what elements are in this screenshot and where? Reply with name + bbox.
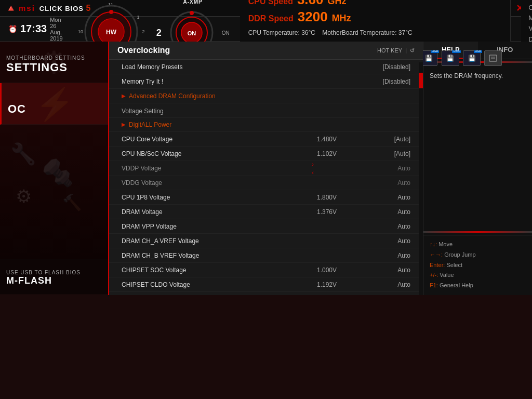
cpu-speed-label: CPU Speed (248, 0, 293, 6)
setting-cpu-nb-soc-voltage[interactable]: CPU NB/SoC Voltage 1.102V [Auto] (109, 147, 423, 161)
svg-rect-29 (489, 55, 497, 61)
sidebar-bg-decor: 🔧 🔩 ⚙ 🔨 (0, 125, 108, 259)
svg-text:10: 10 (78, 29, 83, 34)
setting-dram-vpp-voltage[interactable]: DRAM VPP Voltage Auto (109, 219, 423, 234)
boot-device-10[interactable]: 💾 USB (442, 50, 459, 66)
setting-memory-try[interactable]: Memory Try It ! [Disabled] (109, 74, 423, 89)
time-display: 17:33 (20, 23, 47, 35)
setting-cpu-1p8-voltage[interactable]: CPU 1P8 Voltage 1.800V Auto (109, 190, 423, 205)
separator-icon: | (405, 47, 407, 54)
info-bar: ⏰ 17:33 Mon 26 Aug, 2019 GAME BOOST 11 1… (0, 17, 532, 42)
msi-brand: msi (19, 4, 35, 12)
svg-text:🔧: 🔧 (10, 141, 36, 166)
enter-desc: Select (446, 262, 462, 268)
other-section-header: Other Setting (109, 292, 423, 292)
setting-dram-chb-vref[interactable]: DRAM CH_B VREF Voltage Auto (109, 248, 423, 263)
svg-text:⚙: ⚙ (16, 186, 32, 206)
content-area: ⚙ Motherboard settings SETTINGS ⚡ OC 🔧 🔩… (0, 42, 532, 295)
move-key: ↑↓: (430, 241, 437, 247)
value-desc: Value (440, 272, 454, 278)
group-jump-key: ←→: (430, 251, 443, 258)
setting-cpu-core-voltage[interactable]: CPU Core Voltage 1.480V [Auto] (109, 132, 423, 147)
boot-device-11[interactable]: 💾 USB (463, 50, 481, 66)
f1-key: F1: (430, 282, 438, 288)
mflash-sub-label: Use USB to flash BIOS (6, 270, 102, 275)
mflash-title: M-FLASH (6, 275, 102, 286)
msi-dragon-icon: 🔺 (5, 3, 17, 14)
msi-logo: 🔺 msi (5, 3, 35, 14)
axmp-label: A-XMP (183, 0, 203, 5)
help-text: Sets the DRAM frequency. (430, 72, 503, 79)
ddr-speed-label: DDR Speed (248, 14, 294, 23)
help-divider-bottom (423, 231, 532, 233)
cpu-temp-label: CPU Temperature: (248, 29, 300, 36)
scrollbar-track[interactable] (419, 62, 423, 295)
expand-right-icon[interactable]: › (312, 161, 314, 167)
setting-vddp-voltage[interactable]: VDDP Voltage Auto (109, 161, 423, 176)
voltage-section-header: Voltage Setting (109, 103, 423, 117)
axmp-on-indicator: ON (222, 30, 230, 36)
ddr-speed-unit: MHz (332, 13, 351, 24)
hotkey-label: HOT KEY (377, 47, 402, 54)
help-controls: ↑↓: Move ←→: Group Jump Enter: Select +/… (423, 235, 532, 295)
setting-dram-cha-vref[interactable]: DRAM CH_A VREF Voltage Auto (109, 234, 423, 248)
sidebar-item-mflash[interactable]: Use USB to flash BIOS M-FLASH (0, 259, 108, 295)
cpu-speed-unit: GHz (328, 0, 347, 7)
clock-icon: ⏰ (8, 25, 17, 33)
svg-text:2: 2 (142, 29, 144, 34)
settings-title: SETTINGS (6, 61, 102, 74)
setting-chipset-soc-voltage[interactable]: CHIPSET SOC Voltage 1.000V Auto (109, 263, 423, 277)
axmp-value: 2 (156, 28, 162, 38)
settings-sub-label: Motherboard settings (6, 55, 102, 61)
cpu-temp-value: 36°C (301, 29, 315, 36)
back-icon: ↺ (410, 47, 415, 54)
mb-temp-value: 37°C (398, 29, 413, 36)
scrollbar-thumb[interactable] (419, 73, 423, 88)
svg-text:1: 1 (137, 15, 139, 20)
mb-temp-label: MotherBoard Temperature: (322, 29, 396, 36)
svg-text:ON: ON (187, 30, 196, 36)
sidebar: ⚙ Motherboard settings SETTINGS ⚡ OC 🔧 🔩… (0, 42, 109, 295)
sidebar-item-oc[interactable]: ⚡ OC (0, 83, 108, 125)
date-display: Mon 26 Aug, 2019 (50, 17, 62, 42)
setting-adv-dram[interactable]: ▶ Advanced DRAM Configuration (109, 89, 423, 103)
overclocking-title: Overclocking (117, 46, 170, 55)
overclocking-header: Overclocking HOT KEY | ↺ (109, 42, 423, 60)
group-jump-desc: Group Jump (444, 251, 476, 258)
sidebar-item-settings[interactable]: ⚙ Motherboard settings SETTINGS (0, 42, 108, 83)
time-section: ⏰ 17:33 Mon 26 Aug, 2019 (8, 17, 63, 42)
cpu-label: CPU: (528, 3, 532, 13)
setting-chipset-cldo-voltage[interactable]: CHIPSET CLDO Voltage 1.192V Auto (109, 277, 423, 292)
vcore-label: VCore: (528, 23, 532, 34)
boot-device-12[interactable] (484, 50, 502, 66)
svg-text:🔨: 🔨 (62, 193, 82, 212)
side-expand-arrows[interactable]: › ‹ (312, 161, 314, 176)
svg-text:HW: HW (106, 29, 117, 36)
help-content: Sets the DRAM frequency. (423, 65, 532, 229)
cpu-speed-value: 3.60 (297, 0, 324, 8)
svg-point-17 (190, 11, 194, 15)
ddr-speed-value: 3200 (298, 9, 328, 25)
svg-text:🔩: 🔩 (42, 157, 74, 189)
settings-list: Load Memory Presets [Disabled] Memory Tr… (109, 60, 423, 292)
main-content: Overclocking HOT KEY | ↺ Load Memory Pre… (109, 42, 423, 295)
enter-key: Enter: (430, 262, 445, 268)
expand-left-icon[interactable]: ‹ (312, 169, 314, 176)
f1-desc: General Help (440, 282, 473, 288)
memory-label: Memory Size: (528, 13, 532, 23)
setting-load-memory[interactable]: Load Memory Presets [Disabled] (109, 60, 423, 74)
hotkey-button[interactable]: HOT KEY | ↺ (377, 47, 415, 54)
move-desc: Move (438, 241, 453, 247)
svg-point-12 (109, 10, 113, 14)
arrow-icon-adv-dram: ▶ (122, 93, 126, 99)
arrow-icon-digitall: ▶ (122, 122, 126, 127)
oc-title: OC (8, 102, 102, 116)
help-panel: HELP INFO Sets the DRAM frequency. ↑↓: M… (423, 42, 532, 295)
setting-dram-voltage[interactable]: DRAM Voltage 1.376V Auto (109, 205, 423, 219)
value-key: +/-: (430, 272, 438, 278)
setting-vddg-voltage[interactable]: VDDG Voltage Auto (109, 176, 423, 190)
setting-digitall-power[interactable]: ▶ DigitALL Power (109, 117, 423, 132)
